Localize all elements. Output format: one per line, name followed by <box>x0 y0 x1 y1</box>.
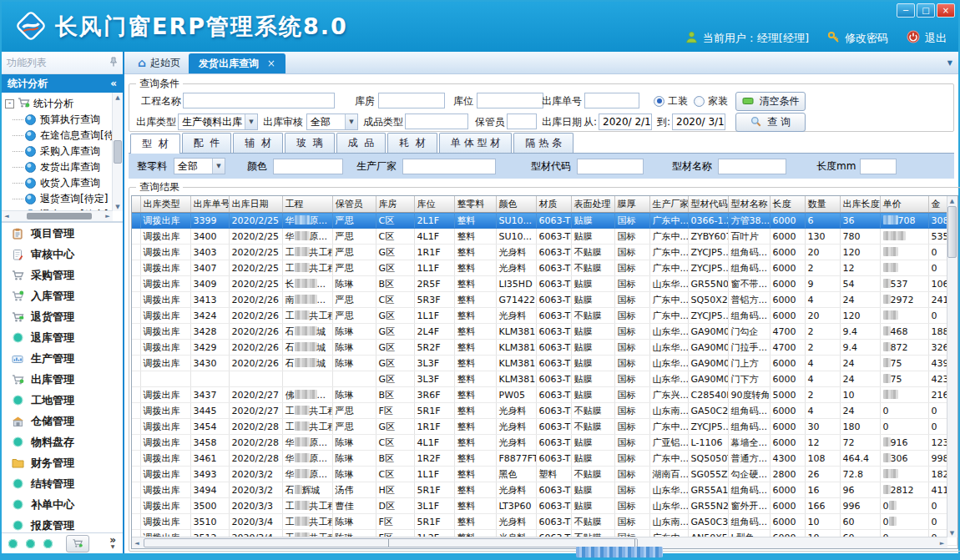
table-row[interactable]: 调拨出库33992020/2/25华原...严思C区2L1F整料SU10...6… <box>132 213 957 229</box>
minimize-button[interactable]: ─ <box>897 3 915 18</box>
tree-item[interactable]: 收货入库查询 <box>5 175 113 191</box>
radio-industrial[interactable]: 工装 <box>654 93 688 109</box>
tree-item[interactable]: 退货查询[待定] <box>5 191 113 207</box>
material-tab[interactable]: 耗 材 <box>387 133 437 153</box>
column-header[interactable]: 单价 <box>880 196 928 213</box>
scroll-right-icon[interactable]: ► <box>103 212 113 221</box>
scroll-left-icon[interactable]: ◄ <box>2 212 12 221</box>
scroll-down-icon[interactable]: ▼ <box>947 528 957 537</box>
table-row[interactable]: 调拨出库35102020/3/4工共工程陈琳F区5R1F整料光身料6063-T5… <box>132 514 957 530</box>
scroll-up-icon[interactable]: ▲ <box>947 196 957 205</box>
table-row[interactable]: 调拨出库34372020/2/27佛...陈琳B区3R6F整料PW056063-… <box>132 387 957 403</box>
sidebar-module-物料盘存[interactable]: 物料盘存 <box>2 431 123 452</box>
table-row[interactable]: 调拨出库34542020/2/28工共工程严思G区1R1F整料光身料6063-T… <box>132 419 957 435</box>
tree-root[interactable]: - 统计分析 <box>5 95 113 112</box>
tab-home[interactable]: ⌂ 起始页 <box>129 52 189 73</box>
date-to-picker[interactable]: 2020/ 3/16▼ <box>672 114 725 130</box>
column-header[interactable]: 保管员 <box>332 196 376 213</box>
sidebar-module-采购管理[interactable]: 采购管理 <box>2 265 123 285</box>
column-header[interactable]: 生产厂家 <box>649 196 688 213</box>
outbound-type-select[interactable]: 生产领料出库▼ <box>178 114 258 130</box>
scroll-down-icon[interactable]: ▼ <box>113 202 123 211</box>
table-row[interactable]: 调拨出库34092020/2/25长...陈琳B区2R5F整料LI35HD606… <box>132 276 957 292</box>
maximize-button[interactable]: □ <box>917 3 935 18</box>
sidebar-module-退库管理[interactable]: 退库管理 <box>2 327 123 348</box>
table-row[interactable]: 调拨出库34242020/2/26工共工程严思G区1L1F整料光身料6063-T… <box>132 308 957 324</box>
tab-outbound-query[interactable]: 发货出库查询 × <box>189 53 285 73</box>
column-header[interactable]: 出库日期 <box>229 196 282 213</box>
logout-link[interactable]: 退出 <box>925 31 947 46</box>
color-input[interactable] <box>273 159 343 174</box>
stats-panel-header[interactable]: 统计分析 « <box>2 74 123 93</box>
table-row[interactable]: 调拨出库34002020/2/25华原...严思C区4L1F整料SU10...6… <box>132 229 957 245</box>
column-header[interactable]: 长度 <box>770 196 805 213</box>
search-button[interactable]: 查 询 <box>735 113 806 132</box>
tab-close-icon[interactable]: × <box>267 58 275 69</box>
column-header[interactable]: 工程 <box>282 196 332 213</box>
table-row[interactable]: 调拨出库34072020/2/25工共工程严思G区1L1F整料光身料6063-T… <box>132 260 957 276</box>
column-header[interactable]: 出库单号 <box>190 196 229 213</box>
material-tab[interactable]: 玻 璃 <box>285 133 335 153</box>
tab-list-dropdown-icon[interactable]: ▼ <box>947 59 952 67</box>
table-row[interactable]: 调拨出库34032020/2/25工共工程严思G区1R1F整料光身料6063-T… <box>132 245 957 260</box>
scroll-left-icon[interactable]: ◄ <box>132 538 142 547</box>
sidebar-module-项目管理[interactable]: 项目管理 <box>2 223 123 244</box>
column-header[interactable]: 表面处理 <box>571 196 614 213</box>
sidebar-module-工地管理[interactable]: 工地管理 <box>2 390 123 411</box>
close-button[interactable]: × <box>937 3 955 18</box>
column-header[interactable]: 型材代码 <box>688 196 728 213</box>
table-row[interactable]: 调拨出库34932020/3/2华原...陈琳C区1L1F整料黑色塑料不贴膜国标… <box>132 467 957 482</box>
material-tab[interactable]: 配 件 <box>182 133 232 153</box>
keeper-input[interactable] <box>507 114 537 129</box>
table-row[interactable]: 调拨出库34942020/3/2石辉城汤伟H区5R1F整料光身料6063-T5贴… <box>132 482 957 498</box>
tree-expander-icon[interactable]: - <box>5 99 14 108</box>
table-row[interactable]: 调拨出库34132020/2/26南...严思C区5R3F整料G71422606… <box>132 292 957 308</box>
tree-horizontal-scrollbar[interactable]: ◄ ► <box>2 210 113 221</box>
table-row[interactable]: 调拨出库34292020/2/26石城陈琳G区5R2F整料KLM38176063… <box>132 340 957 356</box>
sidebar-module-结转管理[interactable]: 结转管理 <box>2 473 123 494</box>
scroll-up-icon[interactable]: ▲ <box>113 93 123 102</box>
module-dot-icon[interactable] <box>8 539 18 548</box>
sidebar-module-仓储管理[interactable]: 仓储管理 <box>2 411 123 431</box>
column-header[interactable]: 库位 <box>414 196 454 213</box>
tree-item[interactable]: 发货出库查询 <box>5 159 113 175</box>
table-row[interactable]: 调拨出库34302020/2/26石城陈琳G区3L3F整料KLM38176063… <box>132 356 957 371</box>
dropdown-arrow-icon[interactable]: ▼ <box>345 114 357 129</box>
pin-icon[interactable] <box>109 57 118 69</box>
scrollbar-thumb[interactable] <box>144 538 638 547</box>
table-row[interactable]: 调拨出库34582020/2/28华原...陈琳C区4L1F整料光身料6063-… <box>132 435 957 451</box>
module-dot-icon[interactable] <box>43 539 53 548</box>
column-header[interactable]: 数量 <box>805 196 840 213</box>
tree-item[interactable]: 预算执行查询 <box>5 112 113 128</box>
table-row[interactable]: G区3L3F整料KLM38176063-T5贴膜国标山东华...GA90M09.… <box>132 371 957 387</box>
scrollbar-thumb[interactable] <box>114 140 122 164</box>
profile-code-input[interactable] <box>577 159 644 174</box>
dropdown-arrow-icon[interactable]: ▼ <box>212 159 225 174</box>
column-header[interactable]: 材质 <box>536 196 571 213</box>
sidebar-module-生产管理[interactable]: 生产管理 <box>2 348 123 369</box>
scrollbar-thumb[interactable] <box>947 206 957 258</box>
table-row[interactable]: 调拨出库35002020/3/3工共工程曹佳D区3L1F整料LT3P606063… <box>132 498 957 514</box>
dropdown-arrow-icon[interactable]: ▼ <box>245 114 257 129</box>
scroll-right-icon[interactable]: ► <box>937 538 947 547</box>
table-row[interactable]: 调拨出库34282020/2/26石城陈琳G区2L4F整料KLM38176063… <box>132 324 957 340</box>
radio-home[interactable]: 家装 <box>694 93 728 109</box>
material-tab[interactable]: 隔 热 条 <box>513 133 573 153</box>
tree-item[interactable]: 在途信息查询[待 <box>5 128 113 144</box>
sidebar-module-出库管理[interactable]: 出库管理 <box>2 369 123 390</box>
warehouse-input[interactable] <box>378 93 445 108</box>
sidebar-module-退货管理[interactable]: 退货管理 <box>2 306 123 327</box>
table-horizontal-scrollbar[interactable]: ◄ ► <box>132 537 947 548</box>
column-header[interactable]: 颜色 <box>496 196 536 213</box>
outbound-no-input[interactable] <box>584 93 639 108</box>
column-header[interactable]: 库房 <box>376 196 414 213</box>
length-input[interactable] <box>860 159 897 174</box>
column-header[interactable]: 型材名称 <box>728 196 770 213</box>
table-row[interactable]: 调拨出库34612020/2/28华原...陈琳B区1R2F整料F8877FT6… <box>132 451 957 467</box>
material-tab[interactable]: 单 体 型 材 <box>439 133 512 153</box>
module-cart-button[interactable] <box>66 535 89 552</box>
module-dot-icon[interactable] <box>26 539 35 548</box>
material-tab[interactable]: 辅 材 <box>233 133 283 153</box>
column-header[interactable]: 出库长度 <box>840 196 880 213</box>
sidebar-module-入库管理[interactable]: 入库管理 <box>2 285 123 306</box>
